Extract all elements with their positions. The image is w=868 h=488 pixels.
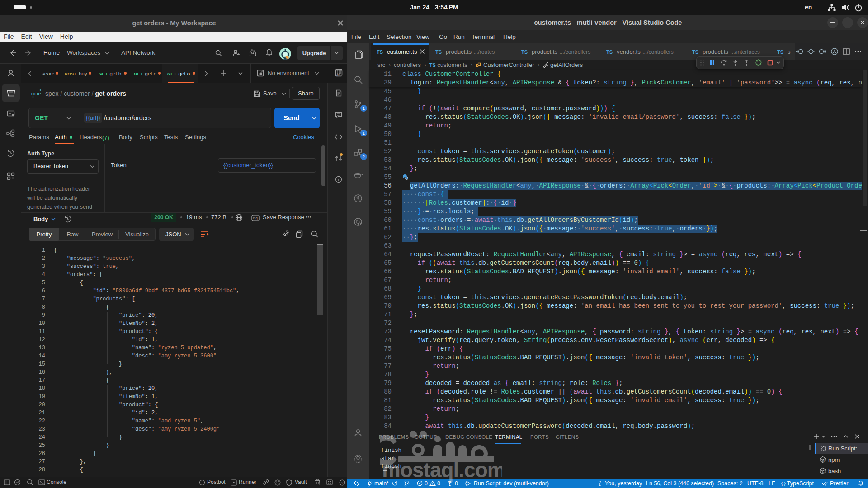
svg-text:e.g: e.g: [253, 216, 257, 220]
svg-text:mostaql.com: mostaql.com: [382, 458, 502, 482]
svg-text:s: s: [823, 460, 825, 462]
svg-text:s: s: [823, 471, 825, 474]
svg-text:HTTP: HTTP: [31, 92, 41, 96]
svg-text:?: ?: [341, 481, 344, 485]
